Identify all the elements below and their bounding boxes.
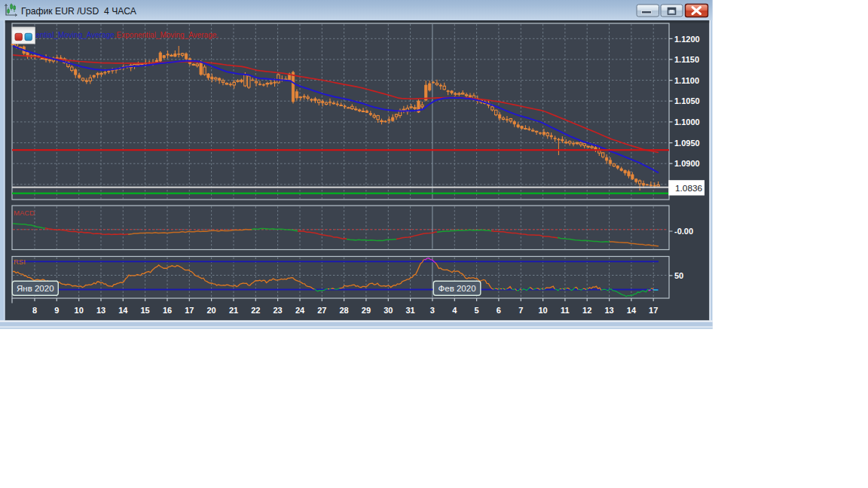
svg-text:29: 29 [362, 306, 371, 315]
svg-text:50: 50 [674, 271, 683, 280]
svg-text:22: 22 [251, 306, 260, 315]
svg-text:31: 31 [405, 306, 414, 315]
svg-text:20: 20 [206, 306, 215, 315]
svg-text:13: 13 [96, 306, 105, 315]
svg-text:30: 30 [384, 306, 393, 315]
svg-text:12: 12 [582, 306, 591, 315]
svg-text:17: 17 [185, 306, 194, 315]
svg-text:1.0900: 1.0900 [674, 159, 700, 168]
svg-text:9: 9 [54, 306, 59, 315]
svg-text:Янв 2020: Янв 2020 [17, 284, 54, 293]
svg-text:4: 4 [452, 306, 457, 315]
svg-text:1.1150: 1.1150 [674, 55, 699, 64]
svg-text:ential_Moving_Average.Exponent: ential_Moving_Average.Exponential_Moving… [36, 31, 219, 39]
svg-text:14: 14 [627, 306, 637, 315]
svg-text:15: 15 [140, 306, 149, 315]
svg-text:27: 27 [317, 306, 326, 315]
svg-text:RSI: RSI [14, 258, 26, 266]
svg-text:8: 8 [32, 306, 37, 315]
svg-text:1.1050: 1.1050 [674, 96, 700, 105]
svg-text:16: 16 [163, 306, 172, 315]
svg-text:График EUR /USD 4 ЧАСА: График EUR /USD 4 ЧАСА [21, 6, 137, 17]
svg-text:1.1200: 1.1200 [674, 35, 700, 44]
svg-text:10: 10 [75, 306, 84, 315]
svg-text:1.0836: 1.0836 [675, 183, 703, 194]
svg-text:5: 5 [475, 306, 479, 315]
svg-text:3: 3 [430, 306, 435, 315]
svg-text:21: 21 [229, 306, 238, 315]
svg-text:6: 6 [497, 306, 501, 315]
svg-text:1.0950: 1.0950 [674, 139, 700, 148]
svg-text:1.1100: 1.1100 [674, 76, 699, 85]
svg-text:Фев 2020: Фев 2020 [439, 284, 476, 293]
svg-text:1.1000: 1.1000 [674, 117, 700, 127]
svg-text:23: 23 [273, 306, 282, 315]
svg-text:14: 14 [118, 306, 128, 315]
svg-text:28: 28 [339, 306, 348, 315]
svg-text:11: 11 [561, 306, 570, 315]
svg-text:10: 10 [538, 306, 547, 315]
svg-text:7: 7 [518, 306, 523, 315]
svg-text:MACD: MACD [14, 209, 35, 217]
svg-text:24: 24 [295, 306, 305, 315]
svg-text:-0.00: -0.00 [674, 227, 693, 236]
svg-text:13: 13 [604, 306, 613, 315]
svg-text:17: 17 [649, 306, 658, 315]
